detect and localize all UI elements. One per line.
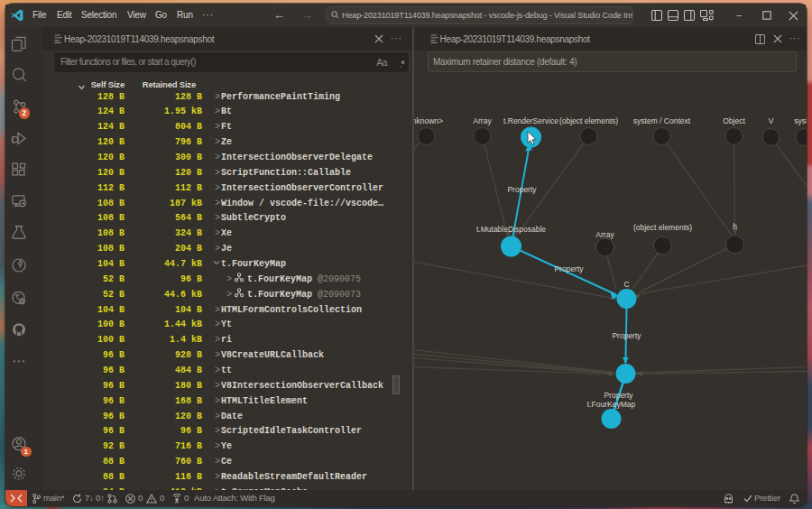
- svg-text:h: h: [733, 222, 737, 231]
- svg-text:system /: system /: [794, 116, 807, 125]
- svg-text:t.MutableDisposable: t.MutableDisposable: [475, 225, 545, 234]
- svg-text:Object: Object: [723, 116, 745, 125]
- svg-text:(object elements): (object elements): [558, 116, 617, 125]
- svg-text:<unknown>: <unknown>: [414, 116, 443, 125]
- svg-text:system / Context: system / Context: [632, 116, 690, 125]
- svg-text:Property: Property: [554, 264, 584, 273]
- svg-text:Property: Property: [507, 185, 537, 194]
- svg-text:(object elements): (object elements): [632, 223, 691, 232]
- svg-text:Array: Array: [473, 116, 492, 125]
- svg-text:t.RenderService: t.RenderService: [503, 116, 558, 125]
- svg-text:t.FourKeyMap: t.FourKeyMap: [586, 400, 635, 409]
- svg-text:C: C: [623, 280, 629, 289]
- svg-text:Property: Property: [604, 391, 633, 400]
- svg-text:Property: Property: [612, 331, 641, 340]
- svg-text:Array: Array: [595, 230, 614, 239]
- svg-text:V: V: [768, 116, 773, 125]
